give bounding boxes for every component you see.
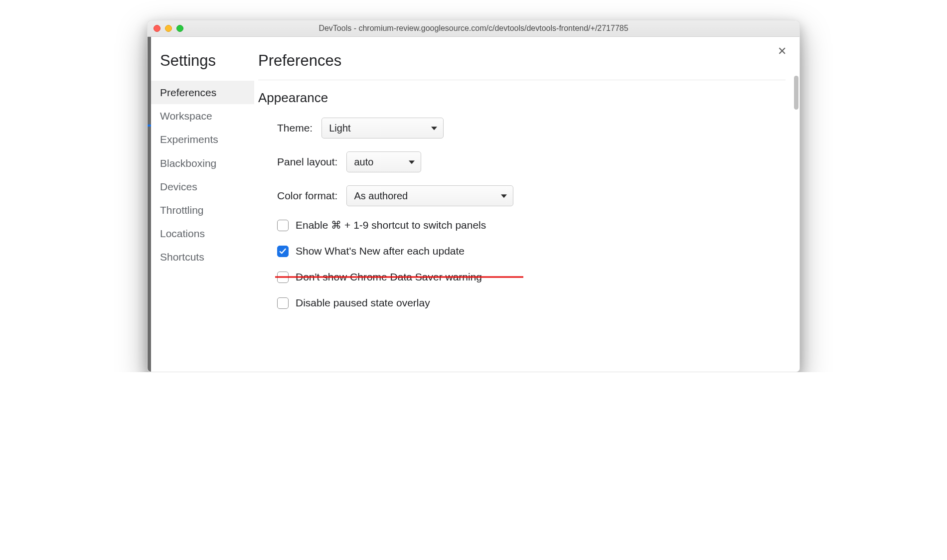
window-title: DevTools - chromium-review.googlesource.… <box>148 24 799 33</box>
content-area: ✕ Settings Preferences Workspace Experim… <box>148 37 799 372</box>
main-panel: Preferences Appearance Theme: Light Pane… <box>254 37 799 372</box>
sidebar-item-shortcuts[interactable]: Shortcuts <box>151 245 254 269</box>
chevron-down-icon <box>431 127 437 130</box>
shortcut-checkbox-label: Enable ⌘ + 1-9 shortcut to switch panels <box>296 219 486 231</box>
datasaver-checkbox[interactable] <box>277 272 289 283</box>
window-maximize-button[interactable] <box>176 25 183 32</box>
scrollbar-thumb[interactable] <box>794 76 798 110</box>
color-format-value: As authored <box>354 190 408 202</box>
whatsnew-checkbox-row: Show What's New after each update <box>277 245 786 257</box>
sidebar-item-preferences[interactable]: Preferences <box>151 81 254 104</box>
panel-layout-select[interactable]: auto <box>346 151 421 172</box>
paused-overlay-checkbox-label: Disable paused state overlay <box>296 297 430 309</box>
datasaver-checkbox-label: Don't show Chrome Data Saver warning <box>296 271 482 283</box>
window-close-button[interactable] <box>154 25 160 32</box>
sidebar-item-experiments[interactable]: Experiments <box>151 128 254 151</box>
titlebar: DevTools - chromium-review.googlesource.… <box>148 20 799 37</box>
theme-row: Theme: Light <box>277 118 786 139</box>
window-minimize-button[interactable] <box>165 25 172 32</box>
chevron-down-icon <box>409 160 415 164</box>
theme-select[interactable]: Light <box>321 118 444 139</box>
paused-overlay-checkbox-row: Disable paused state overlay <box>277 297 786 309</box>
shortcut-checkbox[interactable] <box>277 220 289 231</box>
shortcut-checkbox-row: Enable ⌘ + 1-9 shortcut to switch panels <box>277 219 786 231</box>
traffic-lights <box>154 25 183 32</box>
panel-layout-row: Panel layout: auto <box>277 151 786 172</box>
window-title-url: chromium-review.googlesource.com/c/devto… <box>358 24 628 32</box>
sidebar: Settings Preferences Workspace Experimen… <box>148 37 254 372</box>
whatsnew-checkbox-label: Show What's New after each update <box>296 245 465 257</box>
sidebar-accent <box>148 125 151 127</box>
sidebar-item-workspace[interactable]: Workspace <box>151 104 254 128</box>
window-title-prefix: DevTools - <box>318 24 358 32</box>
panel-layout-label: Panel layout: <box>277 156 337 168</box>
color-format-select[interactable]: As authored <box>346 185 513 206</box>
app-window: DevTools - chromium-review.googlesource.… <box>147 20 800 372</box>
sidebar-item-devices[interactable]: Devices <box>151 175 254 198</box>
paused-overlay-checkbox[interactable] <box>277 297 289 309</box>
datasaver-checkbox-row: Don't show Chrome Data Saver warning <box>277 271 786 283</box>
page-title: Preferences <box>258 52 786 80</box>
panel-layout-value: auto <box>354 156 373 168</box>
sidebar-item-throttling[interactable]: Throttling <box>151 198 254 222</box>
chevron-down-icon <box>501 194 507 198</box>
theme-label: Theme: <box>277 122 313 134</box>
sidebar-item-locations[interactable]: Locations <box>151 222 254 245</box>
sidebar-item-blackboxing[interactable]: Blackboxing <box>151 151 254 175</box>
section-appearance-heading: Appearance <box>258 90 786 106</box>
theme-select-value: Light <box>329 123 350 134</box>
color-format-label: Color format: <box>277 190 337 202</box>
sidebar-title: Settings <box>151 52 254 81</box>
whatsnew-checkbox[interactable] <box>277 246 289 257</box>
check-icon <box>279 248 287 255</box>
color-format-row: Color format: As authored <box>277 185 786 206</box>
